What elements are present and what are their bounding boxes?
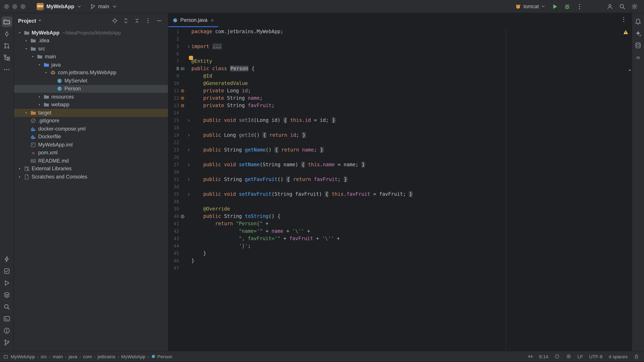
file-encoding[interactable]: UTF-8 xyxy=(589,354,602,359)
entity-gutter-icon[interactable] xyxy=(179,66,186,71)
code-line-11[interactable]: 11 private Long id; xyxy=(168,87,632,94)
file-writable-widget[interactable] xyxy=(634,354,639,359)
code-line-42[interactable]: 42 "name='" + name + '\'' + xyxy=(168,227,632,235)
code-line-46[interactable]: 46} xyxy=(168,257,632,264)
minimize-window-button[interactable] xyxy=(12,4,17,9)
chevron-down-icon[interactable] xyxy=(16,31,23,34)
todo-button[interactable] xyxy=(2,266,12,276)
override-gutter-icon[interactable] xyxy=(179,214,186,219)
intention-bulb-icon[interactable] xyxy=(189,56,193,60)
tree-item-dockerfile[interactable]: Dockerfile xyxy=(14,133,168,141)
code-line-1[interactable]: 1package com.jetbrains.MyWebApp; xyxy=(168,28,632,35)
jpa-attr-icon[interactable] xyxy=(179,103,186,108)
highlighting-status-widget[interactable] xyxy=(554,354,560,359)
zoom-window-button[interactable] xyxy=(20,4,25,9)
code-with-me-button[interactable] xyxy=(604,1,615,12)
code-line-34[interactable]: 34 xyxy=(168,183,632,190)
tree-item-webapp[interactable]: webapp xyxy=(14,101,168,109)
breadcrumb-main[interactable]: main xyxy=(52,354,64,359)
run-button[interactable] xyxy=(550,1,560,12)
more-options-button[interactable] xyxy=(144,16,152,25)
notifications-button[interactable] xyxy=(633,16,644,27)
breadcrumb-src[interactable]: src xyxy=(40,354,48,359)
structure-button[interactable] xyxy=(2,52,12,63)
code-line-7[interactable]: 7@Entity xyxy=(168,57,632,65)
project-panel-title[interactable]: Project xyxy=(18,17,42,24)
code-line-10[interactable]: 10 @GeneratedValue xyxy=(168,80,632,87)
code-line-22[interactable]: 22 xyxy=(168,139,632,146)
tree-item-readme-md[interactable]: README.md xyxy=(14,157,168,165)
code-line-38[interactable]: 38 xyxy=(168,198,632,205)
chevron-right-icon[interactable] xyxy=(36,103,43,106)
breadcrumb-person[interactable]: CPerson xyxy=(150,354,173,359)
project-widget[interactable]: MW MyWebApp xyxy=(34,1,84,11)
code-vision-status-widget[interactable] xyxy=(566,354,572,359)
fold-toggle-icon[interactable] xyxy=(186,192,191,196)
more-tools-button[interactable] xyxy=(2,64,12,75)
services-button[interactable] xyxy=(2,290,12,300)
code-line-18[interactable]: 18 xyxy=(168,124,632,131)
vcs-branch-widget[interactable]: main xyxy=(87,2,120,10)
indent-style[interactable]: 4 spaces xyxy=(608,354,628,359)
chevron-down-icon[interactable] xyxy=(43,71,49,74)
code-line-2[interactable]: 2 xyxy=(168,35,632,43)
chevron-right-icon[interactable] xyxy=(16,167,23,170)
code-line-47[interactable]: 47 xyxy=(168,264,632,272)
code-line-6[interactable]: 6 xyxy=(168,50,632,57)
tree-item-resources[interactable]: resources xyxy=(14,93,168,101)
tree-item-com-jetbrains-mywebapp[interactable]: com.jetbrains.MyWebApp xyxy=(14,69,168,77)
tree-item-src[interactable]: src xyxy=(14,45,168,53)
select-opened-file-button[interactable] xyxy=(110,16,119,25)
tree-item-person[interactable]: CPerson xyxy=(14,85,168,93)
code-line-14[interactable]: 14 xyxy=(168,109,632,116)
chevron-down-icon[interactable] xyxy=(36,63,43,66)
code-line-45[interactable]: 45 } xyxy=(168,250,632,257)
hide-panel-button[interactable] xyxy=(155,16,163,25)
code-line-3[interactable]: 3import ... xyxy=(168,43,632,50)
tab-person-java[interactable]: C Person.java × xyxy=(168,13,218,27)
chevron-right-icon[interactable] xyxy=(36,95,43,98)
code-line-27[interactable]: 27 public void setName(String name) { th… xyxy=(168,161,632,168)
fold-toggle-icon[interactable] xyxy=(186,148,191,152)
ai-assistant-button[interactable] xyxy=(633,28,644,39)
chevron-right-icon[interactable] xyxy=(23,111,30,114)
code-line-44[interactable]: 44 '}'; xyxy=(168,242,632,250)
code-line-23[interactable]: 23 public String getName() { return name… xyxy=(168,146,632,153)
code-line-35[interactable]: 35 public void setFavFruit(String favFru… xyxy=(168,190,632,198)
inspections-widget[interactable] xyxy=(623,29,628,36)
chevron-right-icon[interactable] xyxy=(16,175,23,178)
code-line-40[interactable]: 40 public String toString() { xyxy=(168,213,632,220)
expand-all-button[interactable] xyxy=(122,16,130,25)
tree-item-target[interactable]: target xyxy=(14,109,168,117)
jpa-attr-icon[interactable] xyxy=(179,96,186,100)
fold-toggle-icon[interactable] xyxy=(186,118,191,122)
code-line-41[interactable]: 41 return "Person{" + xyxy=(168,220,632,227)
code-line-43[interactable]: 43 ", favFruit='" + favFruit + '\'' + xyxy=(168,235,632,242)
profiler-button[interactable] xyxy=(2,254,12,264)
tree-item-mywebapp[interactable]: MyWebApp~/IdeaProjects/MyWebApp xyxy=(14,29,168,37)
breadcrumb-com[interactable]: com xyxy=(82,354,93,359)
tree-item-myservlet[interactable]: CMyServlet xyxy=(14,77,168,85)
commit-button[interactable] xyxy=(2,28,12,39)
database-button[interactable] xyxy=(633,40,644,51)
memory-indicator-widget[interactable] xyxy=(528,354,533,359)
tree-item-idea[interactable]: .idea xyxy=(14,37,168,45)
find-button[interactable] xyxy=(2,301,12,312)
tree-item-main[interactable]: main xyxy=(14,53,168,61)
run-configuration-widget[interactable]: tomcat xyxy=(513,2,548,10)
code-editor[interactable]: 1package com.jetbrains.MyWebApp;23import… xyxy=(168,27,632,351)
tree-item-java[interactable]: java xyxy=(14,61,168,69)
pull-requests-button[interactable] xyxy=(2,40,12,51)
breadcrumb-jetbrains[interactable]: jetbrains xyxy=(97,354,116,359)
code-line-30[interactable]: 30 xyxy=(168,168,632,176)
terminal-button[interactable] xyxy=(2,313,12,324)
settings-button[interactable] xyxy=(629,1,640,12)
tree-item-scratches-and-consoles[interactable]: Scratches and Consoles xyxy=(14,173,168,181)
maven-button[interactable]: m xyxy=(633,52,644,62)
version-control-button[interactable] xyxy=(2,337,12,348)
caret-position[interactable]: 8:14 xyxy=(539,354,548,359)
code-line-39[interactable]: 39 @Override xyxy=(168,205,632,213)
code-line-19[interactable]: 19 public Long getId() { return id; } xyxy=(168,131,632,139)
fold-toggle-icon[interactable] xyxy=(186,177,191,181)
jpa-id-icon[interactable] xyxy=(179,88,186,93)
